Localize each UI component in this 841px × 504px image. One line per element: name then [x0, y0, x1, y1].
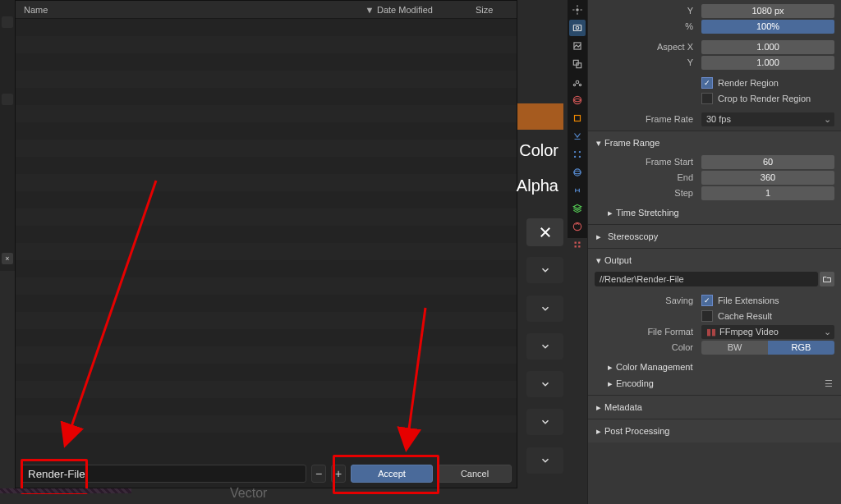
aspect-x-field[interactable]: 1.000: [701, 40, 834, 54]
tool-tab-icon[interactable]: [569, 2, 586, 18]
svg-point-11: [574, 151, 576, 153]
file-browser: Name ▼ Date Modified Size − + Accept Can…: [15, 0, 517, 488]
res-y-label: Y: [595, 6, 701, 16]
material-tab-icon[interactable]: [569, 218, 586, 235]
frame-step-field[interactable]: 1: [701, 186, 834, 200]
scene-tab-icon[interactable]: [569, 74, 586, 90]
file-ext-label: File Extensions: [718, 296, 779, 305]
file-browser-footer: − + Accept Cancel: [16, 460, 517, 488]
res-y-field[interactable]: 1080 px: [701, 4, 834, 18]
node-header-bar: [517, 103, 563, 130]
svg-point-7: [573, 84, 575, 85]
col-name-header[interactable]: Name: [16, 5, 362, 15]
svg-point-6: [576, 80, 579, 84]
aspect-y-field[interactable]: 1.000: [701, 56, 834, 70]
accept-button[interactable]: Accept: [351, 465, 433, 483]
section-stereoscopy[interactable]: ▸Stereoscopy: [588, 228, 841, 245]
frame-rate-dropdown[interactable]: 30 fps⌄: [701, 112, 834, 126]
svg-point-0: [576, 8, 579, 11]
section-frame-range[interactable]: ▾Frame Range: [588, 135, 841, 151]
expand-row-6[interactable]: [526, 447, 563, 474]
section-metadata[interactable]: ▸Metadata: [588, 399, 841, 415]
close-thumb-icon[interactable]: ×: [2, 253, 13, 264]
svg-point-14: [579, 156, 581, 158]
expand-row-4[interactable]: [526, 371, 563, 397]
render-region-checkbox[interactable]: [701, 77, 713, 89]
crop-region-checkbox[interactable]: [701, 93, 713, 104]
object-tab-icon[interactable]: [569, 110, 586, 126]
options-icon[interactable]: ☰: [825, 378, 841, 389]
world-tab-icon[interactable]: [569, 92, 586, 108]
section-output[interactable]: ▾Output: [588, 252, 841, 268]
output-path-input[interactable]: //Render\Render-File: [595, 272, 818, 286]
expand-row-5[interactable]: [526, 409, 563, 435]
modifier-tab-icon[interactable]: [569, 128, 586, 144]
color-rgb-button[interactable]: RGB: [768, 341, 834, 355]
frame-start-label: Frame Start: [595, 157, 701, 167]
filename-input[interactable]: [21, 465, 306, 483]
saving-label: Saving: [595, 296, 701, 305]
cache-result-label: Cache Result: [718, 311, 772, 321]
disclosure-right-icon: ▸: [593, 231, 604, 242]
aspect-y-label: Y: [595, 57, 701, 67]
section-post-processing[interactable]: ▸Post Processing: [588, 423, 841, 439]
frame-start-field[interactable]: 60: [701, 155, 834, 169]
file-list-header: Name ▼ Date Modified Size: [16, 1, 517, 19]
texture-tab-icon[interactable]: [569, 236, 586, 253]
frame-rate-label: Frame Rate: [595, 114, 701, 124]
expand-row-3[interactable]: [526, 333, 563, 360]
thumb-placeholder: [2, 16, 13, 28]
svg-rect-10: [575, 116, 581, 121]
thumb-placeholder: [2, 94, 13, 105]
cache-result-checkbox[interactable]: [701, 310, 713, 322]
file-ext-checkbox[interactable]: [701, 295, 713, 306]
expand-row-2[interactable]: [526, 296, 563, 322]
particles-tab-icon[interactable]: [569, 146, 586, 163]
svg-point-9: [573, 96, 581, 103]
disclosure-right-icon: ▸: [604, 362, 616, 373]
file-list[interactable]: [16, 19, 517, 460]
section-encoding[interactable]: ▸Encoding☰: [588, 375, 841, 392]
render-tab-icon[interactable]: [569, 20, 586, 36]
constraint-tab-icon[interactable]: [569, 182, 586, 199]
viewlayer-tab-icon[interactable]: [569, 56, 586, 72]
color-mode-label: Color: [595, 342, 701, 352]
color-bw-button[interactable]: BW: [701, 341, 768, 355]
col-size-header[interactable]: Size: [476, 5, 517, 15]
svg-point-2: [576, 26, 579, 30]
increment-button[interactable]: +: [331, 465, 346, 483]
col-date-header[interactable]: Date Modified: [377, 5, 476, 15]
svg-rect-20: [575, 245, 577, 247]
decrement-button[interactable]: −: [311, 465, 326, 483]
physics-tab-icon[interactable]: [569, 164, 586, 181]
left-thumbnail-rail: ×: [0, 0, 15, 271]
video-file-icon: ▮▮: [706, 327, 716, 337]
render-region-label: Render Region: [718, 78, 779, 88]
file-format-dropdown[interactable]: ▮▮FFmpeg Video⌄: [701, 325, 834, 339]
expand-row-1[interactable]: [526, 257, 563, 283]
underlying-vector-label: Vector: [230, 486, 267, 501]
svg-point-8: [579, 84, 581, 85]
properties-panel: Y1080 px %100% Aspect X1.000 Y1.000 Rend…: [587, 0, 841, 504]
section-time-stretching[interactable]: ▸Time Stretching: [588, 204, 841, 221]
res-pct-slider[interactable]: 100%: [701, 20, 834, 34]
chevron-down-icon: ⌄: [824, 327, 831, 337]
sort-indicator-icon[interactable]: ▼: [362, 5, 377, 15]
data-tab-icon[interactable]: [569, 200, 586, 217]
disclosure-right-icon: ▸: [593, 402, 604, 413]
frame-end-label: End: [595, 172, 701, 182]
cancel-button[interactable]: Cancel: [438, 465, 512, 483]
browse-folder-icon[interactable]: [820, 272, 834, 286]
svg-rect-18: [575, 242, 577, 244]
disclosure-down-icon: ▾: [593, 138, 604, 149]
close-panel-button[interactable]: [526, 218, 563, 246]
crop-region-label: Crop to Render Region: [718, 94, 811, 103]
output-tab-icon[interactable]: [569, 38, 586, 54]
disclosure-right-icon: ▸: [593, 426, 604, 437]
svg-rect-19: [578, 242, 580, 244]
chevron-down-icon: ⌄: [824, 114, 831, 125]
svg-point-16: [574, 171, 581, 174]
frame-end-field[interactable]: 360: [701, 171, 834, 185]
section-color-management[interactable]: ▸Color Management: [588, 359, 841, 375]
svg-point-15: [574, 169, 581, 176]
